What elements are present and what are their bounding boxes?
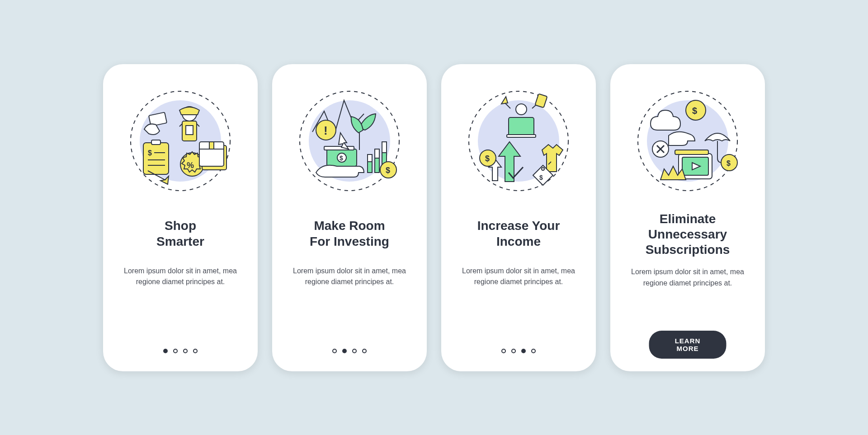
card-description: Lorem ipsum dolor sit in amet, mea regio… xyxy=(624,267,751,289)
svg-rect-4 xyxy=(186,126,193,135)
pagination-dots xyxy=(163,349,198,353)
card-title: Increase Your Income xyxy=(477,211,560,257)
svg-text:$: $ xyxy=(692,106,697,116)
onboarding-card-1: $ % Shop Smarter Lorem ipsum dolor sit i… xyxy=(103,64,258,371)
onboarding-card-2: ! $ $ Make Room For Investing Lorem xyxy=(272,64,427,371)
dot-4[interactable] xyxy=(362,349,367,353)
dot-2[interactable] xyxy=(511,349,516,353)
investing-illustration: ! $ $ xyxy=(291,82,408,200)
card-description: Lorem ipsum dolor sit in amet, mea regio… xyxy=(117,266,244,288)
svg-rect-9 xyxy=(151,140,160,145)
dot-3[interactable] xyxy=(352,349,357,353)
svg-rect-42 xyxy=(535,94,547,108)
svg-rect-30 xyxy=(368,162,372,173)
dot-3[interactable] xyxy=(521,349,526,353)
svg-rect-28 xyxy=(324,146,354,150)
svg-rect-32 xyxy=(375,158,379,173)
dot-2[interactable] xyxy=(173,349,178,353)
svg-text:$: $ xyxy=(340,154,343,162)
svg-text:$: $ xyxy=(485,154,490,163)
svg-text:$: $ xyxy=(726,159,731,167)
svg-rect-19 xyxy=(209,142,214,149)
card-title: Make Room For Investing xyxy=(310,211,389,257)
card-title: Eliminate Unnecessary Subscriptions xyxy=(646,211,730,257)
dot-1[interactable] xyxy=(501,349,506,353)
svg-text:!: ! xyxy=(324,124,328,137)
svg-text:$: $ xyxy=(148,149,152,157)
svg-text:%: % xyxy=(187,161,194,170)
eliminate-subscriptions-illustration: $ $ xyxy=(629,82,746,200)
svg-text:$: $ xyxy=(386,166,390,175)
dot-1[interactable] xyxy=(332,349,337,353)
svg-text:$: $ xyxy=(539,174,543,181)
card-description: Lorem ipsum dolor sit in amet, mea regio… xyxy=(286,266,413,288)
svg-rect-62 xyxy=(675,150,708,154)
svg-rect-8 xyxy=(143,143,169,174)
pagination-dots xyxy=(501,349,536,353)
pagination-dots xyxy=(332,349,367,353)
svg-point-39 xyxy=(516,104,527,115)
svg-point-47 xyxy=(542,168,544,170)
dot-4[interactable] xyxy=(193,349,198,353)
dot-3[interactable] xyxy=(183,349,188,353)
svg-rect-43 xyxy=(509,117,534,136)
learn-more-button[interactable]: LEARN MORE xyxy=(649,331,726,359)
card-title: Shop Smarter xyxy=(156,211,204,257)
onboarding-card-4: $ $ Eliminate Unnecessary Subscriptions … xyxy=(610,64,765,371)
dot-4[interactable] xyxy=(531,349,536,353)
dot-1[interactable] xyxy=(163,349,168,353)
shop-smarter-illustration: $ % xyxy=(122,82,239,200)
card-description: Lorem ipsum dolor sit in amet, mea regio… xyxy=(455,266,582,288)
onboarding-card-3: $ $ Increase Your Income Lorem ipsum dol… xyxy=(441,64,596,371)
svg-rect-44 xyxy=(507,135,536,137)
increase-income-illustration: $ $ xyxy=(460,82,577,200)
dot-2[interactable] xyxy=(342,349,347,353)
